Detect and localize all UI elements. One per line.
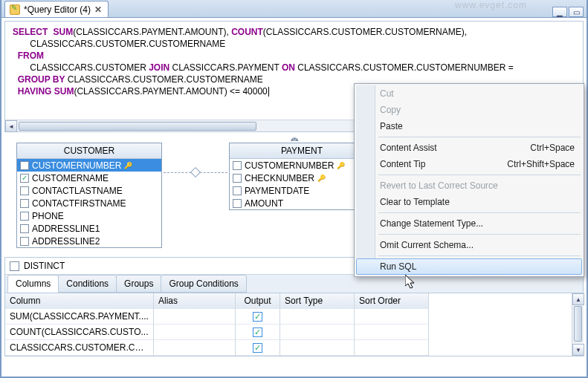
close-icon[interactable]: ✕ — [94, 4, 102, 15]
subtab-bar: ColumnsConditionsGroupsGroup Conditions — [5, 275, 583, 293]
columns-grid[interactable]: ColumnAliasOutputSort TypeSort Order SUM… — [5, 293, 583, 356]
column-checkbox[interactable] — [20, 161, 29, 170]
scroll-thumb[interactable] — [574, 306, 582, 342]
column-checkbox[interactable] — [233, 199, 242, 208]
menu-revert[interactable]: Revert to Last Correct Source — [356, 177, 582, 194]
customer-row[interactable]: ADDRESSLINE1 — [17, 222, 161, 235]
column-checkbox[interactable] — [233, 186, 242, 195]
subtab-conditions[interactable]: Conditions — [58, 275, 117, 293]
grid-cell[interactable]: ✓ — [236, 309, 280, 325]
grid-cell[interactable] — [355, 309, 429, 325]
watermark: www.evget.com — [455, 0, 527, 10]
output-checkbox[interactable]: ✓ — [253, 328, 262, 337]
key-icon: 🔑 — [317, 175, 326, 182]
payment-row[interactable]: PAYMENTDATE — [230, 184, 374, 197]
column-label: PHONE — [32, 211, 64, 221]
subtab-groups[interactable]: Groups — [116, 275, 161, 293]
key-icon: 🔑 — [337, 162, 345, 169]
output-checkbox[interactable]: ✓ — [253, 343, 262, 353]
customer-row[interactable]: CUSTOMERNUMBER 🔑 — [17, 159, 161, 172]
scroll-left-icon[interactable]: ◄ — [5, 120, 17, 132]
column-label: CUSTOMERNAME — [32, 173, 109, 183]
table-customer[interactable]: CUSTOMER CUSTOMERNUMBER 🔑✓CUSTOMERNAMECO… — [16, 143, 162, 248]
column-label: CONTACTFIRSTNAME — [32, 198, 126, 209]
grid-header[interactable]: Sort Order — [355, 293, 429, 309]
column-checkbox[interactable] — [20, 212, 29, 221]
grid-cell[interactable]: SUM(CLASSICCARS.PAYMENT.... — [5, 309, 154, 325]
customer-row[interactable]: CONTACTLASTNAME — [17, 184, 161, 197]
grid-cell[interactable] — [280, 309, 355, 325]
grid-vscrollbar[interactable]: ▲ ▼ — [572, 293, 584, 356]
column-label: CONTACTLASTNAME — [32, 186, 123, 196]
table-row[interactable]: COUNT(CLASSICCARS.CUSTO...✓ — [5, 325, 583, 340]
svg-marker-0 — [405, 275, 414, 288]
column-label: PAYMENTDATE — [245, 186, 309, 196]
grid-cell[interactable] — [355, 325, 429, 340]
customer-row[interactable]: ✓CUSTOMERNAME — [17, 172, 161, 184]
grid-header[interactable]: Sort Type — [280, 293, 355, 309]
grid-cell[interactable] — [154, 309, 236, 325]
menu-paste[interactable]: Paste — [356, 118, 582, 134]
distinct-checkbox[interactable] — [10, 261, 19, 271]
grid-cell[interactable]: ✓ — [236, 340, 280, 356]
column-checkbox[interactable]: ✓ — [20, 174, 29, 183]
customer-row[interactable]: ADDRESSLINE2 — [17, 235, 161, 247]
grid-header[interactable]: Column — [5, 293, 154, 309]
grid-cell[interactable] — [154, 325, 236, 340]
menu-clear-template[interactable]: Clear to Template — [356, 194, 582, 210]
grid-cell[interactable] — [154, 340, 236, 356]
grid-cell[interactable]: CLASSICCARS.CUSTOMER.CUS... — [5, 340, 154, 356]
output-checkbox[interactable]: ✓ — [253, 312, 262, 322]
payment-row[interactable]: AMOUNT — [230, 197, 374, 209]
grid-cell[interactable] — [280, 325, 355, 340]
table-row[interactable]: CLASSICCARS.CUSTOMER.CUS...✓ — [5, 340, 583, 356]
column-label: ADDRESSLINE2 — [32, 236, 100, 247]
payment-row[interactable]: CHECKNUMBER 🔑 — [230, 172, 374, 184]
menu-copy[interactable]: Copy — [356, 102, 582, 118]
join-node-icon[interactable] — [190, 167, 201, 177]
menu-content-tip[interactable]: Content TipCtrl+Shift+Space — [356, 156, 582, 172]
context-menu: Cut Copy Paste Content AssistCtrl+Space … — [354, 83, 584, 277]
column-label: ADDRESSLINE1 — [32, 224, 100, 234]
column-label: CUSTOMERNUMBER — [32, 160, 121, 171]
column-checkbox[interactable] — [20, 224, 29, 233]
customer-row[interactable]: CONTACTFIRSTNAME — [17, 197, 161, 209]
table-row[interactable]: SUM(CLASSICCARS.PAYMENT....✓ — [5, 309, 583, 325]
payment-row[interactable]: CUSTOMERNUMBER 🔑 — [230, 159, 374, 172]
menu-change-statement[interactable]: Change Statement Type... — [356, 215, 582, 232]
key-icon: 🔑 — [124, 162, 132, 169]
table-payment-header: PAYMENT — [230, 143, 374, 159]
minimize-button[interactable]: ▁ — [552, 7, 567, 17]
distinct-label: DISTINCT — [24, 261, 65, 271]
column-checkbox[interactable] — [20, 237, 29, 246]
scroll-thumb[interactable] — [19, 122, 256, 131]
subtab-columns[interactable]: Columns — [7, 275, 59, 293]
scroll-down-icon[interactable]: ▼ — [572, 344, 584, 356]
grid-header[interactable]: Alias — [154, 293, 236, 309]
menu-cut[interactable]: Cut — [356, 85, 582, 102]
grid-cell[interactable] — [280, 340, 355, 356]
column-checkbox[interactable] — [233, 161, 242, 170]
column-checkbox[interactable] — [20, 186, 29, 195]
column-label: CUSTOMERNUMBER — [245, 160, 334, 171]
column-checkbox[interactable] — [20, 199, 29, 208]
menu-run-sql[interactable]: Run SQL — [356, 258, 582, 275]
table-customer-header: CUSTOMER — [17, 143, 161, 159]
maximize-button[interactable]: ▭ — [569, 7, 584, 17]
customer-row[interactable]: PHONE — [17, 209, 161, 222]
menu-content-assist[interactable]: Content AssistCtrl+Space — [356, 140, 582, 156]
mouse-cursor-icon — [405, 275, 419, 291]
grid-cell[interactable]: COUNT(CLASSICCARS.CUSTO... — [5, 325, 154, 340]
column-checkbox[interactable] — [233, 174, 242, 183]
editor-tab[interactable]: *Query Editor (4) ✕ — [4, 1, 109, 17]
grid-cell[interactable]: ✓ — [236, 325, 280, 340]
subtab-group-conditions[interactable]: Group Conditions — [161, 275, 246, 293]
table-payment[interactable]: PAYMENT CUSTOMERNUMBER 🔑CHECKNUMBER 🔑PAY… — [229, 143, 375, 210]
column-label: CHECKNUMBER — [245, 173, 314, 183]
scroll-up-icon[interactable]: ▲ — [572, 293, 584, 305]
column-label: AMOUNT — [245, 198, 283, 209]
grid-cell[interactable] — [355, 340, 429, 356]
grid-header[interactable]: Output — [236, 293, 280, 309]
tab-bar: *Query Editor (4) ✕ www.evget.com ▁ ▭ — [1, 0, 587, 18]
menu-omit-schema[interactable]: Omit Current Schema... — [356, 237, 582, 253]
